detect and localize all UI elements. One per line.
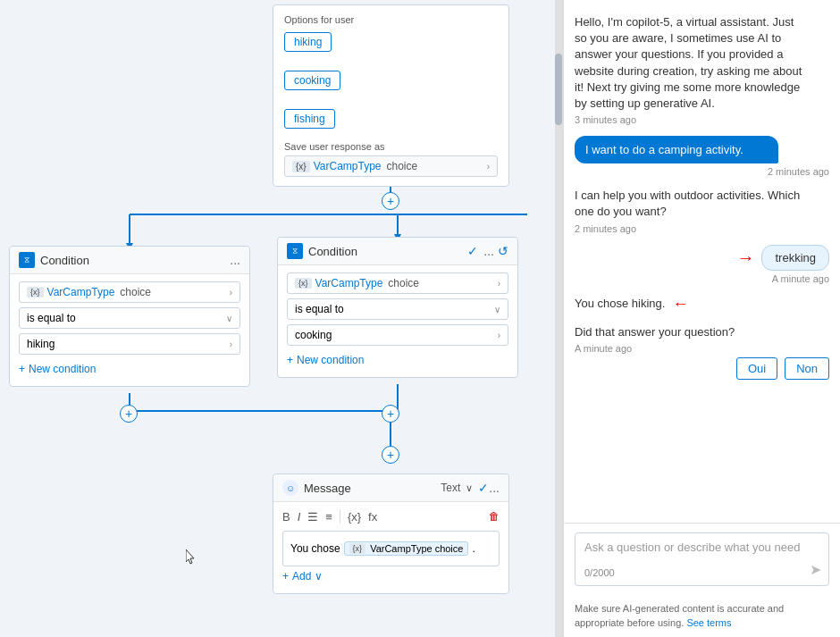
trekking-time: A minute ago xyxy=(575,273,829,284)
add-step-button-top[interactable]: + xyxy=(382,192,399,210)
flow-canvas[interactable]: Options for user hiking cooking fishing … xyxy=(0,0,563,637)
user-message-1-time: 2 minutes ago xyxy=(575,166,829,177)
canvas-scrollbar-thumb[interactable] xyxy=(555,54,562,125)
condition-right-icon: ⧖ xyxy=(287,243,303,259)
add-step-right-button[interactable]: + xyxy=(382,405,399,423)
field-chevron-icon: › xyxy=(498,331,500,340)
bot-message-1: Hello, I'm copilot-5, a virtual assistan… xyxy=(575,14,829,125)
bullet-button[interactable]: ☰ xyxy=(307,510,318,524)
chat-messages[interactable]: Hello, I'm copilot-5, a virtual assistan… xyxy=(564,0,840,523)
condition-right-menu[interactable]: ... xyxy=(483,244,494,258)
var-row[interactable]: {x} VarCampType choice › xyxy=(284,155,498,177)
options-card-title: Options for user xyxy=(284,14,498,25)
message-input[interactable]: You chose {x} VarCampType choice . xyxy=(282,531,500,566)
message-title: Message xyxy=(304,482,441,495)
mouse-cursor xyxy=(186,549,197,566)
condition-left-operator[interactable]: is equal to ∨ xyxy=(19,307,240,329)
bot-message-4: Did that answer your question? A minute … xyxy=(575,324,829,380)
chat-input-area: Ask a question or describe what you need… xyxy=(564,523,840,595)
chevron-down-icon: ∨ xyxy=(226,314,232,323)
send-icon[interactable]: ➤ xyxy=(810,561,821,578)
bot-message-3: You chose hiking. ← xyxy=(575,295,829,314)
options-card: Options for user hiking cooking fishing … xyxy=(273,4,509,187)
see-terms-link[interactable]: See terms xyxy=(686,617,731,628)
message-header: ☺ Message Text ∨ ✓ ... xyxy=(273,474,508,502)
message-var[interactable]: {x} VarCampType choice xyxy=(344,541,469,556)
message-card: ☺ Message Text ∨ ✓ ... B I ☰ ≡ {x} fx 🗑 … xyxy=(273,474,509,594)
numbered-button[interactable]: ≡ xyxy=(325,510,332,524)
condition-right-value[interactable]: cooking › xyxy=(287,324,508,346)
condition-right-check: ✓ xyxy=(467,244,478,258)
user-message-1: I want to do a camping activity. xyxy=(575,136,778,163)
formula-button[interactable]: fx xyxy=(368,510,377,524)
bold-button[interactable]: B xyxy=(282,510,290,524)
field-chevron-icon: › xyxy=(498,279,500,289)
condition-left-title: Condition xyxy=(40,254,230,267)
chevron-down-icon: ∨ xyxy=(494,305,500,314)
message-check: ✓ xyxy=(478,481,489,495)
char-count: 0/2000 xyxy=(584,567,819,578)
chat-input-box[interactable]: Ask a question or describe what you need… xyxy=(575,532,829,586)
bot-message-2: I can help you with outdoor activities. … xyxy=(575,188,829,233)
disclaimer: Make sure AI-generated content is accura… xyxy=(564,595,840,637)
condition-left-icon: ⧖ xyxy=(19,252,35,268)
add-content-button[interactable]: + Add ∨ xyxy=(282,566,500,586)
condition-left-var-row[interactable]: {x} VarCampType choice › xyxy=(19,281,240,303)
condition-card-right: ⧖ Condition ✓ ... ↺ {x} VarCampType choi… xyxy=(277,237,518,378)
var-button[interactable]: {x} xyxy=(348,510,361,524)
message-toolbar: B I ☰ ≡ {x} fx 🗑 xyxy=(282,509,500,524)
condition-right-var-row[interactable]: {x} VarCampType choice › xyxy=(287,272,508,294)
condition-card-left: ⧖ Condition ... {x} VarCampType choice ›… xyxy=(9,246,250,387)
canvas-scrollbar[interactable] xyxy=(555,0,562,637)
dropdown-icon[interactable]: ∨ xyxy=(466,482,473,494)
add-condition-left-button[interactable]: + New condition xyxy=(19,359,240,379)
condition-left-menu[interactable]: ... xyxy=(230,253,240,267)
red-arrow-icon: → xyxy=(736,247,754,268)
add-chevron-icon: ∨ xyxy=(315,570,323,583)
add-step-left-button[interactable]: + xyxy=(120,405,138,423)
yes-button[interactable]: Oui xyxy=(736,357,777,380)
message-suffix: . xyxy=(472,542,475,555)
chevron-right-icon: › xyxy=(487,162,490,172)
toolbar-separator xyxy=(340,509,340,524)
condition-left-value[interactable]: hiking › xyxy=(19,333,240,355)
chat-panel: Hello, I'm copilot-5, a virtual assistan… xyxy=(563,0,840,637)
condition-left-header: ⧖ Condition ... xyxy=(10,247,249,274)
condition-right-header: ⧖ Condition ✓ ... ↺ xyxy=(278,238,517,265)
italic-button[interactable]: I xyxy=(298,510,301,524)
condition-right-operator[interactable]: is equal to ∨ xyxy=(287,298,508,320)
add-condition-right-button[interactable]: + New condition xyxy=(287,350,508,370)
message-prefix: You chose xyxy=(290,542,340,555)
red-arrow-left-icon: ← xyxy=(672,295,688,314)
field-chevron-icon: › xyxy=(230,288,232,298)
no-button[interactable]: Non xyxy=(785,357,829,380)
message-type: Text xyxy=(441,482,460,494)
yn-row: Oui Non xyxy=(575,357,829,380)
message-icon: ☺ xyxy=(282,480,298,496)
save-label: Save user response as xyxy=(284,141,498,152)
option-hiking[interactable]: hiking xyxy=(284,32,498,57)
condition-right-title: Condition xyxy=(308,245,467,258)
trekking-bubble[interactable]: trekking xyxy=(761,245,829,271)
condition-right-refresh[interactable]: ↺ xyxy=(498,244,508,258)
message-menu[interactable]: ... xyxy=(489,481,500,495)
option-cooking[interactable]: cooking xyxy=(284,71,498,96)
add-step-merge-button[interactable]: + xyxy=(382,446,399,464)
option-fishing[interactable]: fishing xyxy=(284,109,498,134)
delete-message-button[interactable]: 🗑 xyxy=(489,510,500,523)
trekking-container: → trekking A minute ago xyxy=(575,245,829,284)
field-chevron-icon: › xyxy=(230,339,232,349)
chat-input-placeholder: Ask a question or describe what you need xyxy=(584,541,819,554)
user-message-1-container: I want to do a camping activity. 2 minut… xyxy=(575,136,829,177)
